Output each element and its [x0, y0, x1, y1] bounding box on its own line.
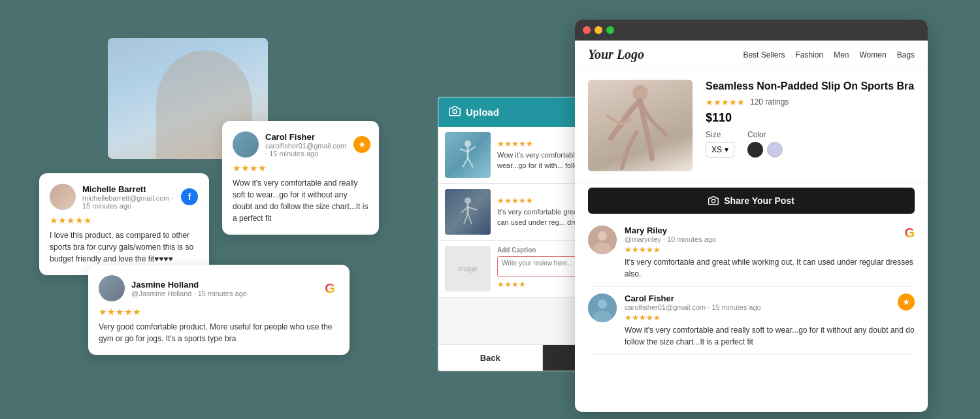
- product-stars: ★★★★★: [706, 97, 745, 107]
- window-maximize-dot[interactable]: [606, 26, 614, 34]
- review-row-carol2: Carol Fisher carolfisher01@gmail.com · 1…: [588, 287, 915, 355]
- nav-men[interactable]: Men: [834, 50, 849, 59]
- product-info: Seamless Non-Padded Slip On Sports Bra ★…: [706, 80, 915, 171]
- svg-line-10: [468, 207, 477, 210]
- color-label: Color: [747, 130, 783, 139]
- google-icon-jasmine: G: [325, 281, 335, 296]
- upload-label: Upload: [466, 107, 499, 118]
- svg-line-6: [468, 158, 473, 167]
- svg-line-3: [460, 149, 468, 152]
- size-option: Size XS ▾: [706, 130, 734, 158]
- handle-jasmine: @Jasmine Holland · 15 minutes ago: [131, 290, 314, 297]
- review-handle-mary: @maryriley · 10 minutes ago: [625, 235, 716, 243]
- svg-point-16: [598, 231, 607, 241]
- color-option: Color: [747, 130, 783, 158]
- svg-point-1: [465, 141, 471, 147]
- amazon-badge-top: ★: [353, 135, 371, 154]
- product-ratings: 120 ratings: [750, 97, 789, 107]
- share-button-label: Share Your Post: [724, 195, 794, 206]
- nav-links: Best Sellers Fashion Men Women Bags: [743, 50, 915, 59]
- thumb-yoga2: [445, 189, 491, 235]
- product-price: $110: [706, 111, 915, 125]
- email-michelle: michellebarrett@gmail.com · 15 minutes a…: [82, 194, 174, 210]
- svg-line-11: [464, 214, 468, 224]
- text-michelle: I love this product, as compared to othe…: [50, 229, 199, 265]
- review-content-mary: Mary Riley @maryriley · 10 minutes ago G…: [625, 226, 915, 280]
- thumb-yoga1: [445, 132, 491, 178]
- google-icon-mary: G: [904, 226, 915, 241]
- color-swatches: [747, 142, 783, 158]
- svg-point-0: [453, 110, 457, 114]
- product-title: Seamless Non-Padded Slip On Sports Bra: [706, 80, 915, 93]
- brand-logo: Your Logo: [588, 47, 644, 62]
- product-image: [588, 80, 693, 171]
- review-handle-carol2: carolfisher01@gmail.com · 15 minutes ago: [625, 303, 761, 311]
- size-select[interactable]: XS ▾: [706, 142, 734, 158]
- back-button[interactable]: Back: [438, 345, 543, 371]
- window-bar: [575, 20, 928, 41]
- nav-fashion[interactable]: Fashion: [795, 50, 823, 59]
- panel-nav: Your Logo Best Sellers Fashion Men Women…: [575, 41, 928, 69]
- product-area: Seamless Non-Padded Slip On Sports Bra ★…: [575, 69, 928, 182]
- svg-point-7: [465, 197, 471, 204]
- thumb-placeholder: Image: [445, 246, 491, 292]
- svg-line-5: [463, 158, 468, 167]
- avatar-carol2: [588, 293, 617, 322]
- nav-women[interactable]: Women: [860, 50, 887, 59]
- review-content-carol2: Carol Fisher carolfisher01@gmail.com · 1…: [625, 293, 915, 348]
- amazon-icon-carol2: ★: [898, 293, 915, 310]
- size-label: Size: [706, 130, 734, 139]
- avatar-carol-top: [233, 131, 259, 158]
- product-yoga-figure: [588, 80, 693, 171]
- review-card-michelle: Michelle Barrett michellebarrett@gmail.c…: [39, 173, 209, 275]
- avatar-jasmine: [99, 275, 125, 301]
- review-card-jasmine: Jasmine Holland @Jasmine Holland · 15 mi…: [88, 265, 350, 355]
- review-text-carol2: Wow it's very comfortable and really sof…: [625, 324, 915, 348]
- svg-point-19: [598, 299, 607, 309]
- text-jasmine: Very good comfortable product, More usef…: [99, 321, 339, 344]
- review-card-carol-top: Carol Fisher carolfisher01@gmail.com · 1…: [222, 121, 379, 235]
- email-carol-top: carolfisher01@gmail.com · 15 minutes ago: [265, 142, 346, 158]
- nav-bags[interactable]: Bags: [897, 50, 915, 59]
- window-close-dot[interactable]: [583, 26, 591, 34]
- share-your-post-button[interactable]: Share Your Post: [588, 188, 915, 214]
- avatar-mary: [588, 226, 617, 254]
- color-swatch-dark[interactable]: [747, 142, 763, 158]
- window-minimize-dot[interactable]: [595, 26, 602, 34]
- nav-best-sellers[interactable]: Best Sellers: [743, 50, 785, 59]
- avatar-michelle: [50, 184, 76, 210]
- facebook-badge: f: [180, 188, 199, 206]
- chevron-down-icon: ▾: [725, 145, 728, 154]
- reviews-section: Mary Riley @maryriley · 10 minutes ago G…: [575, 214, 928, 360]
- svg-point-14: [712, 199, 715, 203]
- review-row-mary: Mary Riley @maryriley · 10 minutes ago G…: [588, 219, 915, 287]
- username-carol-top: Carol Fisher: [265, 132, 346, 142]
- size-value: XS: [711, 145, 722, 154]
- username-michelle: Michelle Barrett: [82, 184, 174, 194]
- color-swatch-lavender[interactable]: [767, 142, 783, 158]
- camera-icon-share: [708, 195, 719, 206]
- product-options: Size XS ▾ Color: [706, 130, 915, 158]
- google-badge-jasmine: G: [321, 279, 339, 297]
- review-name-mary: Mary Riley: [625, 226, 716, 235]
- amazon-icon-top: ★: [353, 136, 370, 153]
- facebook-icon: f: [181, 188, 198, 205]
- text-carol-top: Wow it's very comfortable and really sof…: [233, 177, 368, 224]
- stars-carol-top: ★★★★: [233, 163, 368, 173]
- review-stars-mary: ★★★★★: [625, 245, 915, 254]
- stars-jasmine: ★★★★★: [99, 307, 339, 317]
- product-panel: Your Logo Best Sellers Fashion Men Women…: [575, 20, 928, 412]
- stars-michelle: ★★★★★: [50, 215, 199, 226]
- review-text-mary: It's very comfortable and great while wo…: [625, 256, 915, 280]
- review-stars-carol2: ★★★★★: [625, 313, 915, 322]
- review-name-carol2: Carol Fisher: [625, 293, 761, 303]
- svg-line-4: [468, 146, 476, 152]
- username-jasmine: Jasmine Holland: [131, 280, 314, 290]
- camera-icon-upload: [449, 105, 461, 119]
- svg-line-12: [468, 214, 472, 224]
